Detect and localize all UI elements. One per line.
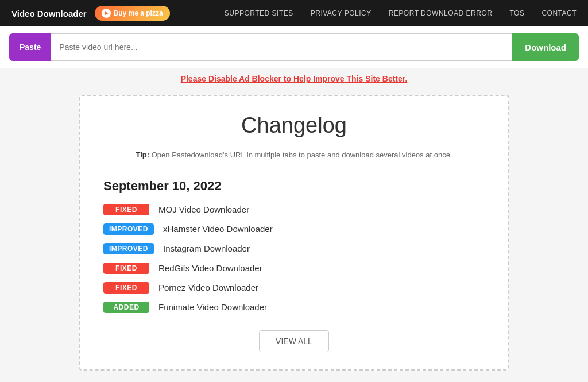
- view-all-button[interactable]: VIEW ALL: [259, 330, 329, 352]
- url-input[interactable]: [51, 33, 512, 61]
- badge-added: ADDED: [103, 302, 149, 313]
- entry-label: MOJ Video Downloader: [158, 204, 249, 214]
- changelog-entry: IMPROVEDxHamster Video Downloader: [103, 223, 485, 235]
- changelog-title: Changelog: [103, 113, 485, 138]
- badge-fixed: FIXED: [103, 263, 149, 274]
- section-date: September 10, 2022: [103, 179, 485, 194]
- nav-link-supported-sites[interactable]: SUPPORTED SITES: [225, 9, 293, 17]
- badge-improved: IMPROVED: [103, 223, 154, 235]
- changelog-entry: FIXEDMOJ Video Downloader: [103, 204, 485, 215]
- entry-label: Funimate Video Downloader: [158, 302, 267, 312]
- changelog-entry: IMPROVEDInstagram Downloader: [103, 243, 485, 254]
- brand-name: Video Downloader: [11, 9, 87, 18]
- url-bar: Paste Download: [0, 26, 588, 68]
- nav-link-report-error[interactable]: REPORT DOWNLOAD ERROR: [389, 9, 493, 17]
- tip-bold: Tip:: [136, 151, 150, 159]
- badge-improved: IMPROVED: [103, 243, 154, 254]
- changelog-card: Changelog Tip: Open Pastedownload's URL …: [79, 95, 509, 371]
- paste-button[interactable]: Paste: [9, 33, 51, 61]
- tip-text: Tip: Open Pastedownload's URL in multipl…: [103, 149, 485, 161]
- nav-link-tos[interactable]: TOS: [509, 9, 524, 17]
- buy-pizza-button[interactable]: Buy me a pizza: [95, 6, 170, 21]
- nav-link-contact[interactable]: CONTACT: [541, 9, 577, 17]
- entry-label: Pornez Video Downloader: [158, 283, 258, 292]
- badge-fixed: FIXED: [103, 282, 149, 294]
- nav-link-privacy-policy[interactable]: PRIVACY POLICY: [311, 9, 372, 17]
- entry-label: xHamster Video Downloader: [163, 224, 273, 234]
- badge-fixed: FIXED: [103, 204, 149, 215]
- pizza-icon: [102, 9, 111, 18]
- changelog-entry: FIXEDRedGifs Video Downloader: [103, 263, 485, 274]
- changelog-entry: FIXEDPornez Video Downloader: [103, 282, 485, 294]
- entry-label: Instagram Downloader: [163, 244, 250, 253]
- ad-notice[interactable]: Please Disable Ad Blocker to Help Improv…: [0, 68, 588, 89]
- view-all-wrapper: VIEW ALL: [103, 330, 485, 352]
- changelog-sections: September 10, 2022FIXEDMOJ Video Downloa…: [103, 179, 485, 313]
- nav-links: SUPPORTED SITESPRIVACY POLICYREPORT DOWN…: [225, 9, 577, 17]
- buy-btn-label: Buy me a pizza: [114, 9, 163, 17]
- download-button[interactable]: Download: [512, 33, 579, 61]
- changelog-entries: FIXEDMOJ Video DownloaderIMPROVEDxHamste…: [103, 204, 485, 313]
- changelog-entry: ADDEDFunimate Video Downloader: [103, 302, 485, 313]
- entry-label: RedGifs Video Downloader: [158, 263, 262, 273]
- tip-body: Open Pastedownload's URL in multiple tab…: [152, 151, 452, 159]
- navbar: Video Downloader Buy me a pizza SUPPORTE…: [0, 0, 588, 26]
- main-content: Changelog Tip: Open Pastedownload's URL …: [70, 89, 518, 382]
